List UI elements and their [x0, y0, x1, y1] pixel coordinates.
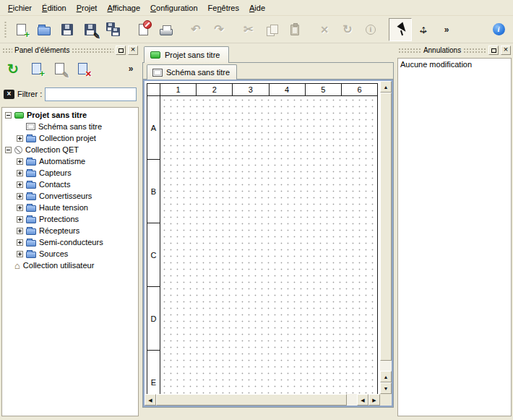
elements-panel: Panel d'éléments × ↻ + ✎ ✕ » × Filtrer : — [1, 45, 139, 416]
qet-collection-icon — [14, 146, 22, 154]
undo-button[interactable]: ↶ — [184, 18, 207, 41]
expand-expander-icon[interactable] — [17, 205, 23, 211]
tree-item-convertisseurs[interactable]: Convertisseurs — [2, 190, 138, 202]
vertical-scroll-thumb[interactable] — [380, 93, 392, 361]
vertical-scrollbar: ▲ ▲ ▼ — [380, 81, 392, 394]
scroll-right-button[interactable]: ▶ — [368, 394, 380, 406]
horizontal-scroll-thumb[interactable] — [156, 394, 347, 406]
tree-item-semi-conducteurs[interactable]: Semi-conducteurs — [2, 236, 138, 248]
expand-expander-icon[interactable] — [17, 181, 23, 188]
tree-item-collection-utilisateur[interactable]: ⌂ Collection utilisateur — [2, 260, 138, 271]
elements-panel-title: Panel d'éléments — [14, 46, 69, 54]
float-panel-button[interactable] — [488, 46, 499, 55]
row-header: E — [147, 351, 160, 394]
filter-label: Filtrer : — [17, 90, 42, 98]
rotate-button[interactable]: ↻ — [336, 18, 359, 41]
undo-panel-titlebar[interactable]: Annulations × — [397, 45, 512, 56]
edit-element-button[interactable]: ✎ — [49, 59, 69, 79]
undo-icon: ↶ — [187, 21, 204, 38]
menu-aide[interactable]: Aide — [244, 1, 270, 14]
undo-list-item[interactable]: Aucune modification — [400, 60, 509, 69]
tree-item-label: Protections — [39, 215, 82, 223]
scroll-left-button[interactable]: ◀ — [145, 394, 156, 406]
paste-icon — [286, 21, 303, 38]
expand-expander-icon[interactable] — [17, 135, 23, 142]
menu-projet[interactable]: Projet — [72, 1, 103, 14]
tree-item-automatisme[interactable]: Automatisme — [2, 155, 138, 167]
save-all-button[interactable] — [102, 18, 125, 41]
scroll-down-button[interactable]: ▼ — [380, 382, 392, 394]
collections-tree[interactable]: Projet sans titre Schéma sans titre Coll… — [1, 107, 139, 416]
new-element-button[interactable]: + — [26, 59, 46, 79]
select-mode-button[interactable] — [389, 18, 412, 41]
expand-expander-icon[interactable] — [17, 251, 23, 257]
diagram-canvas[interactable]: 1 2 3 4 5 6 A B C D — [145, 81, 380, 394]
menu-affichage[interactable]: Affichage — [102, 1, 145, 14]
toolbar-grip[interactable] — [4, 21, 7, 38]
menu-edition[interactable]: Édition — [37, 1, 72, 14]
scroll-left-button[interactable]: ◀ — [357, 394, 368, 406]
reload-collections-button[interactable]: ↻ — [3, 59, 23, 79]
collapse-expander-icon[interactable] — [5, 112, 12, 119]
tree-item-schema[interactable]: Schéma sans titre — [2, 121, 138, 132]
schema-tab-label: Schéma sans titre — [166, 68, 230, 77]
tree-item-sources[interactable]: Sources — [2, 248, 138, 260]
rotate-icon: ↻ — [339, 21, 356, 38]
folder-icon — [26, 228, 36, 235]
expand-expander-icon[interactable] — [17, 228, 23, 234]
delete-icon: ✕ — [316, 21, 333, 38]
expand-expander-icon[interactable] — [17, 239, 23, 246]
column-headers: 1 2 3 4 5 6 — [147, 84, 377, 96]
tree-item-collection-qet[interactable]: Collection QET — [2, 144, 138, 155]
info-circle-icon: i — [362, 21, 379, 38]
tree-item-project[interactable]: Projet sans titre — [2, 109, 138, 121]
close-panel-button[interactable]: × — [128, 46, 138, 55]
tab-schema[interactable]: Schéma sans titre — [147, 64, 237, 80]
float-icon — [118, 48, 124, 53]
redo-button[interactable]: ↷ — [207, 18, 230, 41]
expand-expander-icon[interactable] — [17, 158, 23, 165]
row-header: B — [147, 160, 160, 223]
float-panel-button[interactable] — [116, 46, 126, 55]
save-button[interactable] — [56, 18, 79, 41]
open-button[interactable] — [33, 18, 56, 41]
tree-item-label: Automatisme — [39, 157, 88, 166]
new-button[interactable]: + — [9, 18, 33, 41]
close-panel-button[interactable]: × — [501, 46, 511, 55]
menu-configuration[interactable]: Configuration — [145, 1, 202, 14]
delete-button[interactable]: ✕ — [313, 18, 336, 41]
paste-button[interactable] — [283, 18, 306, 41]
print-button[interactable] — [155, 18, 178, 41]
filter-input[interactable] — [45, 87, 137, 101]
scroll-up-button[interactable]: ▲ — [380, 81, 392, 93]
copy-button[interactable] — [260, 18, 283, 41]
undo-history-list[interactable]: Aucune modification — [397, 58, 512, 416]
pan-mode-button[interactable] — [412, 18, 435, 41]
about-button[interactable]: i — [487, 18, 510, 41]
expand-expander-icon[interactable] — [17, 170, 23, 176]
expand-expander-icon[interactable] — [17, 193, 23, 200]
clear-filter-icon[interactable]: × — [4, 90, 14, 99]
scroll-up-button[interactable]: ▲ — [380, 371, 392, 382]
toolbar-overflow-button[interactable]: » — [435, 18, 458, 41]
tree-item-protections[interactable]: Protections — [2, 213, 138, 225]
menu-fichier[interactable]: Fichier — [3, 1, 37, 14]
save-all-icon — [105, 21, 122, 38]
cursor-arrow-icon — [392, 21, 409, 38]
delete-element-button[interactable]: ✕ — [72, 59, 92, 79]
tree-item-recepteurs[interactable]: Récepteurs — [2, 225, 138, 236]
collapse-expander-icon[interactable] — [5, 147, 12, 153]
info-button[interactable]: i — [359, 18, 382, 41]
tree-item-haute-tension[interactable]: Haute tension — [2, 202, 138, 213]
save-as-button[interactable]: ✎ — [79, 18, 102, 41]
menu-fenetres[interactable]: Fenêtres — [203, 1, 244, 14]
elements-panel-titlebar[interactable]: Panel d'éléments × — [1, 45, 139, 56]
tree-item-contacts[interactable]: Contacts — [2, 179, 138, 190]
tab-project[interactable]: Projet sans titre — [144, 46, 229, 63]
cut-button[interactable]: ✂ — [237, 18, 260, 41]
panel-overflow-button[interactable]: » — [124, 59, 137, 79]
expand-expander-icon[interactable] — [17, 216, 23, 223]
close-file-button[interactable] — [132, 18, 155, 41]
tree-item-capteurs[interactable]: Capteurs — [2, 167, 138, 179]
tree-item-collection-projet[interactable]: Collection projet — [2, 132, 138, 144]
